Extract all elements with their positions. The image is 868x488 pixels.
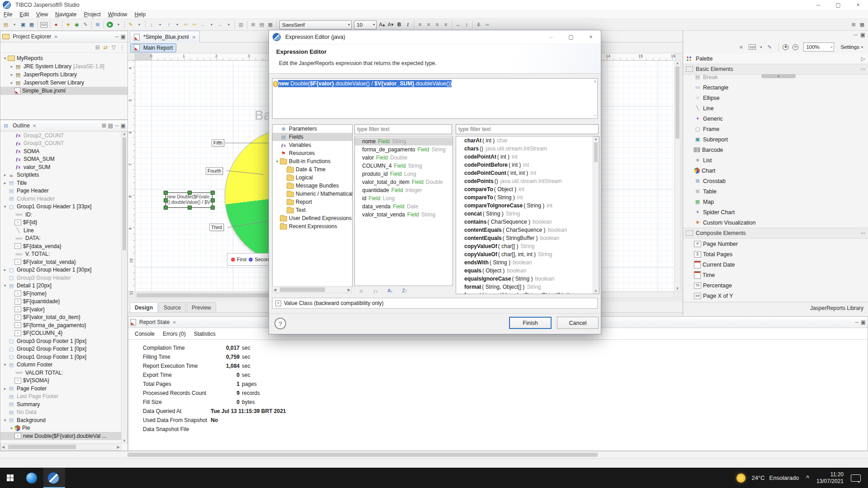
dialog-close-icon[interactable]: ×	[581, 32, 601, 42]
link-editor-icon[interactable]: ⇄	[104, 44, 108, 51]
tab-preview[interactable]: Preview	[187, 302, 216, 312]
expand-twistie-icon[interactable]: ▸	[2, 267, 8, 272]
method-row[interactable]: charAt( int )char	[456, 137, 593, 145]
sort-az-icon[interactable]: A↓	[387, 288, 394, 294]
method-row[interactable]: copyValueOf( char[] )String	[456, 243, 593, 251]
tab-design[interactable]: Design	[130, 302, 158, 312]
scrollbar-thumb[interactable]	[8, 445, 76, 449]
taskbar-clock[interactable]: 11:20 13/07/2021	[816, 471, 844, 485]
minimize-pane-icon[interactable]: ─	[854, 32, 858, 38]
selection-handle[interactable]	[164, 198, 168, 202]
menu-help[interactable]: Help	[131, 10, 150, 19]
selection-handle[interactable]	[188, 206, 192, 210]
dialog-maximize-icon[interactable]: ▢	[561, 32, 581, 42]
up-button[interactable]: ↑	[165, 20, 173, 30]
tree-item[interactable]: ▾▢Group1 Group Header 1 [33px]	[0, 203, 121, 211]
tree-item[interactable]: ▢Group2 Group Footer 1 [0px]	[0, 345, 121, 353]
minimize-pane-icon[interactable]: ─	[115, 122, 119, 129]
tree-item[interactable]: ƒxGroup3_COUNT	[0, 140, 121, 148]
tree-item[interactable]: ╲Line	[0, 226, 121, 235]
tree-item[interactable]: ▾▤Detail 1 [20px]	[0, 282, 121, 290]
field-row[interactable]: valor_total_do_itemFieldDouble	[355, 178, 453, 186]
maximize-pane-icon[interactable]: ▣	[121, 33, 126, 40]
collapse-twistie-icon[interactable]: ▾	[2, 418, 8, 422]
project-explorer-close-icon[interactable]: ✕	[54, 34, 57, 39]
menu-file[interactable]: File	[0, 10, 16, 19]
tree-item[interactable]: Date & Time	[273, 165, 352, 174]
tree-item[interactable]: ƒxvalor_SUM	[0, 163, 121, 171]
hspace-button[interactable]: ↔	[454, 20, 462, 30]
field-row[interactable]: data_vendaFieldDate	[355, 202, 453, 211]
dropdown-icon[interactable]: ▾	[760, 45, 764, 49]
tree-item[interactable]: I$F{nome}	[0, 290, 121, 298]
expand-twistie-icon[interactable]: ▸	[2, 181, 8, 185]
field-row[interactable]: forma_de_pagamentoFieldString	[355, 145, 453, 154]
scrollbar-thumb[interactable]	[594, 142, 598, 162]
tree-item[interactable]: Numeric / Mathematical	[273, 190, 352, 198]
alignc-button[interactable]: ≡	[425, 20, 433, 30]
tree-item[interactable]: ▤Fields	[273, 133, 352, 141]
method-row[interactable]: compareTo( Object )int	[456, 186, 593, 194]
maximize-pane-icon[interactable]: ▣	[861, 319, 866, 325]
tab-close-icon[interactable]: ✕	[192, 35, 196, 40]
fwd-button[interactable]: →	[216, 20, 224, 30]
tree-item[interactable]: labelV. TOTAL:	[0, 250, 121, 258]
palette-item[interactable]: ΣTotal Pages	[683, 249, 868, 259]
subtab-1[interactable]: Errors (0)	[163, 331, 186, 337]
window-maximize-icon[interactable]: ▢	[828, 0, 848, 10]
wizard-button[interactable]: ★	[64, 20, 72, 30]
tree-item[interactable]: ▾▤Column Footer	[0, 361, 121, 369]
tree-item[interactable]: ▾▤Background	[0, 416, 121, 424]
font-size-select[interactable]: 10▾	[354, 20, 377, 29]
dd-button[interactable]: ▾	[10, 20, 19, 30]
field-row[interactable]: quantidadeFieldInteger	[355, 186, 453, 194]
palette-scroll-up-icon[interactable]: ▲	[761, 74, 796, 78]
tree-item[interactable]: ▤Column Header	[0, 195, 121, 203]
palette-expand-icon[interactable]: ▷	[861, 56, 865, 62]
selection-handle[interactable]	[211, 198, 215, 202]
maximize-pane-icon[interactable]: ▣	[860, 32, 865, 38]
scrollbar-thumb[interactable]	[675, 66, 679, 139]
finish-button[interactable]: Finish	[509, 317, 552, 329]
palette-item[interactable]: ❖Custom Visualization	[683, 217, 868, 228]
tree-item[interactable]: ▸▤Jaspersoft Server Library	[0, 79, 127, 87]
tree-item[interactable]: ▢Group3 Group Header	[0, 274, 121, 282]
menu-window[interactable]: Window	[104, 10, 131, 19]
menu-edit[interactable]: Edit	[16, 10, 33, 19]
outline-close-icon[interactable]: ✕	[33, 123, 36, 128]
expand-twistie-icon[interactable]: ▸	[2, 173, 8, 177]
outline-horizontal-scrollbar[interactable]: ◀ ▶	[0, 443, 121, 450]
compile-button[interactable]: 010	[40, 20, 48, 30]
down-button[interactable]: ↓	[147, 20, 156, 30]
scrollbar-thumb[interactable]	[280, 287, 325, 292]
palette-section-header[interactable]: Composite Elements«»	[683, 228, 868, 239]
palette-item[interactable]: Current Date	[683, 259, 868, 270]
tree-item[interactable]: ƒxGroup2_COUNT	[0, 131, 121, 140]
expand-plus-icon[interactable]: +	[275, 300, 281, 306]
scroll-down-icon[interactable]: ∨	[594, 113, 596, 117]
palette-item[interactable]: #/#Page X of Y	[683, 291, 868, 301]
report-state-close-icon[interactable]: ✕	[172, 320, 176, 325]
tree-item[interactable]: Inew Double($F{valor}.doubleVal ...	[0, 432, 121, 440]
selection-handle[interactable]	[211, 191, 215, 195]
field-row[interactable]: valorFieldDouble	[355, 154, 453, 162]
dd-button[interactable]: ▾	[173, 20, 181, 30]
tree-item[interactable]: ▸▤Title	[0, 179, 121, 187]
expand-twistie-icon[interactable]: ▸	[9, 426, 14, 430]
palette-item[interactable]: ▭Rectangle	[683, 82, 868, 93]
dd-button[interactable]: ▾	[208, 20, 216, 30]
tree-item[interactable]: Report	[273, 198, 352, 206]
workspace-horizontal-scrollbar[interactable]	[0, 451, 868, 458]
persp2-button[interactable]: ▦	[858, 20, 866, 30]
expand-twistie-icon[interactable]: ▸	[2, 386, 8, 391]
table-mode-icon[interactable]: ▤	[108, 122, 113, 129]
collapse-twistie-icon[interactable]: ▾	[2, 283, 8, 288]
weather-desc[interactable]: Ensolarado	[769, 474, 799, 481]
italic-button[interactable]: I	[404, 20, 412, 30]
method-row[interactable]: contains( CharSequence )boolean	[456, 219, 593, 227]
font-family-select[interactable]: SansSerif▾	[279, 20, 352, 29]
breadcrumb[interactable]: Main Report	[130, 43, 176, 52]
tree-item[interactable]: I$F{id}	[0, 219, 121, 227]
persp1-button[interactable]: ⊞	[849, 20, 858, 30]
tree-item[interactable]: ▸☕Scriptlets	[0, 171, 121, 179]
